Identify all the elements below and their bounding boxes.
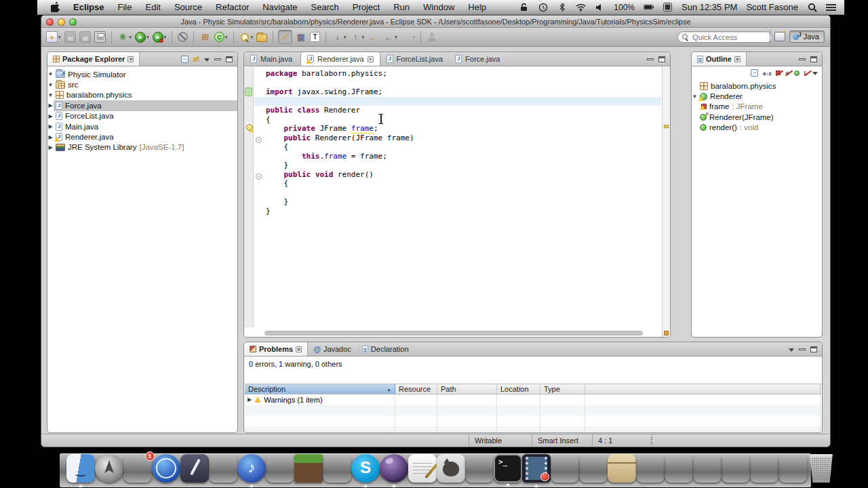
- new-java-package-button[interactable]: [199, 30, 212, 43]
- editor-gutter[interactable]: [244, 67, 254, 327]
- outline-row-body[interactable]: render() : void: [698, 123, 760, 133]
- menu-item-run[interactable]: Run: [387, 0, 416, 15]
- overview-summary-marker[interactable]: [664, 331, 669, 336]
- dropdown-arrow-icon[interactable]: ▾: [362, 35, 365, 39]
- hide-fields-icon[interactable]: [776, 70, 781, 77]
- package-explorer-item[interactable]: ▼Physic Simulator: [47, 69, 237, 79]
- debug-button[interactable]: ▾: [117, 30, 133, 43]
- dock-finder-icon[interactable]: [66, 454, 95, 483]
- minimize-view-icon[interactable]: [214, 58, 221, 60]
- package-explorer-item[interactable]: ▶Force.java: [47, 100, 237, 110]
- dock-photo-booth-icon[interactable]: [266, 454, 294, 483]
- code-line[interactable]: this.frame = frame;: [254, 152, 661, 161]
- window-title-bar[interactable]: Java - Physic Simulator/src/baralaborn/p…: [41, 16, 830, 28]
- quick-access-box[interactable]: [677, 31, 772, 43]
- dock-folder-downloads-icon[interactable]: [722, 454, 750, 483]
- dropdown-arrow-icon[interactable]: ▾: [58, 35, 61, 39]
- outline-row-body[interactable]: baralaborn.physics: [698, 81, 778, 91]
- code-line[interactable]: {: [254, 179, 661, 188]
- dock-app-store-icon[interactable]: 1: [123, 454, 152, 483]
- menu-item-eclipse[interactable]: Eclipse: [66, 0, 111, 15]
- table-row[interactable]: [245, 426, 821, 434]
- expand-arrow-icon[interactable]: ▶: [248, 396, 252, 403]
- show-whitespace-button[interactable]: [309, 31, 321, 43]
- code-line[interactable]: }: [254, 161, 661, 170]
- dock-safari-icon[interactable]: [152, 454, 180, 483]
- dock-trash-icon[interactable]: [807, 454, 835, 483]
- wifi-icon[interactable]: [576, 2, 586, 12]
- open-perspective-icon[interactable]: [774, 32, 785, 41]
- sort-icon[interactable]: a↓z: [763, 70, 771, 77]
- spotlight-icon[interactable]: [807, 2, 817, 12]
- dock-ink-icon[interactable]: [180, 454, 209, 483]
- dropdown-arrow-icon[interactable]: ▾: [225, 35, 228, 39]
- lock-icon[interactable]: [519, 2, 529, 12]
- minimize-editor-icon[interactable]: [647, 58, 654, 60]
- column-header-empty[interactable]: [585, 384, 821, 394]
- dock-folder-blue-icon[interactable]: [551, 454, 579, 483]
- run-coverage-button[interactable]: ▾: [152, 31, 167, 43]
- time-machine-icon[interactable]: [538, 2, 548, 12]
- collapse-all-icon[interactable]: −: [181, 56, 189, 63]
- package-explorer-row-body[interactable]: Force.java: [54, 100, 237, 110]
- dropdown-arrow-icon[interactable]: ▾: [146, 35, 149, 39]
- column-header-resource[interactable]: Resource: [395, 384, 437, 394]
- editor-tab-renderer-java[interactable]: Renderer.java✕: [300, 52, 380, 66]
- zoom-window-button[interactable]: [69, 18, 77, 26]
- input-menu-icon[interactable]: [663, 2, 673, 12]
- search-button[interactable]: ▾: [239, 31, 254, 43]
- package-explorer-item[interactable]: ▼baralaborn.physics: [47, 90, 237, 100]
- dock-github-icon[interactable]: [437, 454, 465, 483]
- code-line[interactable]: public class Renderer: [254, 106, 661, 115]
- table-row[interactable]: ▶Warnings (1 item): [245, 394, 821, 405]
- code-line[interactable]: }: [254, 197, 661, 207]
- code-line[interactable]: public Renderer(JFrame frame): [254, 134, 661, 143]
- package-explorer-row-body[interactable]: Renderer.java: [54, 131, 116, 142]
- package-explorer-row-body[interactable]: baralaborn.physics: [54, 90, 134, 100]
- package-explorer-row-body[interactable]: JRE System Library [JavaSE-1.7]: [54, 142, 186, 152]
- code-editor[interactable]: package baralaborn.physics;import javax.…: [244, 67, 670, 337]
- mark-occurrences-button[interactable]: [278, 30, 292, 44]
- outline-item[interactable]: frame : JFrame: [692, 102, 822, 112]
- outline-row-body[interactable]: Renderer(JFrame): [698, 112, 776, 122]
- minimize-view-icon[interactable]: [799, 348, 806, 350]
- code-lines[interactable]: package baralaborn.physics;import javax.…: [254, 69, 661, 216]
- dock-eclipse-icon[interactable]: [380, 454, 408, 483]
- show-public-icon[interactable]: [794, 70, 800, 76]
- maximize-view-icon[interactable]: [810, 346, 817, 352]
- java-perspective-button[interactable]: Java: [789, 30, 825, 43]
- column-header-location[interactable]: Location: [497, 384, 540, 394]
- dock-launchpad-icon[interactable]: [95, 454, 123, 483]
- outline-row-body[interactable]: Renderer: [698, 91, 745, 101]
- code-line[interactable]: {: [254, 115, 661, 125]
- table-row[interactable]: [245, 405, 821, 416]
- tab-outline[interactable]: Outline ✕: [692, 52, 747, 66]
- menu-item-window[interactable]: Window: [416, 0, 461, 15]
- column-header-description[interactable]: Description▲: [245, 384, 395, 394]
- expand-arrow-icon[interactable]: ▼: [47, 92, 54, 98]
- maximize-view-icon[interactable]: [226, 56, 233, 62]
- dropdown-arrow-icon[interactable]: ▾: [395, 35, 397, 39]
- code-line[interactable]: package baralaborn.physics;: [254, 69, 661, 79]
- horizontal-scrollbar[interactable]: [264, 331, 643, 336]
- dropdown-arrow-icon[interactable]: ▾: [413, 35, 416, 39]
- dock-textedit-icon[interactable]: [408, 454, 437, 483]
- view-menu-icon[interactable]: [204, 58, 210, 62]
- overview-ruler[interactable]: [662, 67, 670, 337]
- code-line[interactable]: {: [254, 142, 661, 152]
- run-button[interactable]: ▾: [134, 31, 150, 43]
- dock-activity-monitor-icon[interactable]: [750, 454, 778, 483]
- editor-tab-forcelist-java[interactable]: ForceList.java: [380, 52, 449, 66]
- outline-item[interactable]: ▼Renderer: [692, 91, 822, 101]
- dock-skype-icon[interactable]: [351, 454, 380, 483]
- back-button[interactable]: ←▾: [382, 30, 398, 43]
- tab-problems[interactable]: Problems✕: [244, 342, 308, 356]
- package-explorer-item[interactable]: ▼src: [47, 79, 237, 89]
- editor-tab-force-java[interactable]: Force.java: [449, 52, 506, 66]
- close-icon[interactable]: ✕: [296, 346, 302, 352]
- code-line[interactable]: }: [254, 207, 661, 216]
- table-row[interactable]: [245, 415, 821, 426]
- editor-tab-main-java[interactable]: Main.java: [244, 52, 298, 66]
- dock-system-preferences-icon[interactable]: [209, 454, 237, 483]
- maximize-editor-icon[interactable]: [658, 56, 665, 62]
